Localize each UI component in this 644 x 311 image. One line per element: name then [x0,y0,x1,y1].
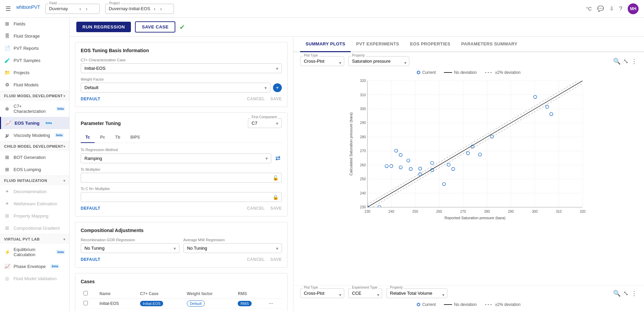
projects-icon: 📁 [4,69,10,76]
recombination-field: Recombination GOR Regression No Tuning [81,238,179,253]
avg-mw-select[interactable]: No Tuning [183,243,282,253]
viscosity-icon: μ [4,132,10,138]
param-default-btn[interactable]: DEFAULT [81,206,100,211]
sidebar-item-bot[interactable]: ⊞ BOT Generation [0,151,69,163]
sidebar-item-eos-tuning[interactable]: 📈 EOS Tuning beta [0,117,69,129]
tc-multiplier-lock[interactable]: 🔓 [273,175,278,181]
svg-point-52 [431,161,434,164]
c7-row: C7+ Characterization Case Initial-EOS [81,58,282,73]
eos-cancel-btn: CANCEL [247,97,265,101]
tab-parameters-summary[interactable]: PARAMETERS SUMMARY [456,37,523,52]
section-chevron-fi[interactable]: ▾ [63,179,65,183]
chart2-more-icon[interactable]: ⋮ [631,290,637,297]
tc-multiplier-row: Tc Multiplier 1.04639 🔓 [81,167,282,183]
comp-default-btn[interactable]: DEFAULT [81,257,100,262]
field-selector[interactable]: Field Duvernay ‹ › [45,4,100,14]
tc-multiplier-input[interactable]: 1.04639 [81,173,282,183]
chat-icon[interactable]: 💬 [597,5,604,12]
tc-settings-btn[interactable]: ⇄ [274,153,282,163]
chart2-plot-type-select[interactable]: Cross-Plot [300,288,344,298]
chart1-container: 230 240 250 260 270 280 290 300 310 320 [293,78,644,285]
chart1-plot-type-select[interactable]: Cross-Plot [300,56,344,66]
sidebar-item-viscosity[interactable]: μ Viscosity Modeling beta [0,129,69,141]
chart2-experiment-type-select[interactable]: CCE [348,288,382,298]
tc-cn-lock[interactable]: 🔒 [273,194,278,200]
chart1-expand-icon[interactable]: ⤡ [623,58,628,65]
c7-select[interactable]: Initial-EOS [81,63,282,73]
sidebar-item-fluid-storage[interactable]: 🗄 Fluid Storage [0,30,69,42]
tab-tb[interactable]: Tb [111,132,125,143]
section-chevron-fmd[interactable]: ▾ [63,94,65,98]
sidebar-item-pvt-reports[interactable]: 📄 PVT Reports [0,42,69,54]
chart1-magnify-icon[interactable]: 🔍 [613,58,621,65]
tab-summary-plots[interactable]: SUMMARY PLOTS [300,37,351,52]
cases-table: Name C7+ Case Weight factor RMS Initial-… [81,289,282,309]
param-save-btn: SAVE [270,206,282,211]
chart2-magnify-icon[interactable]: 🔍 [613,290,621,297]
sidebar-item-c7plus[interactable]: ⊕ C7+ Characterization beta [0,101,69,117]
sidebar-item-fields[interactable]: ⊞ Fields [0,18,69,30]
tc-regression-select[interactable]: Ramping [81,153,271,163]
tab-tc[interactable]: Tc [81,132,95,143]
chart1-property-select[interactable]: Saturation pressure [348,56,409,66]
sidebar-item-pvt-samples[interactable]: 🧪 PVT Samples [0,54,69,66]
compositional-title: Compositional Adjustments [81,228,282,233]
svg-point-49 [409,167,412,170]
sidebar-item-projects[interactable]: 📁 Projects [0,66,69,79]
app-logo: whitsonPVT [16,4,40,13]
first-component-select[interactable]: C7 [248,118,282,128]
save-case-button[interactable]: SAVE CASE [135,21,175,33]
tab-eos-properties[interactable]: EOS PROPERTIES [405,37,456,52]
chart2-property-select[interactable]: Relative Total Volume [386,288,447,298]
menu-icon[interactable]: ☰ [5,5,11,13]
tc-cn-input[interactable]: 1 [81,192,282,202]
section-chevron-cmd[interactable]: ▾ [63,145,65,148]
help-icon[interactable]: ? [619,6,622,12]
chart2-expand-icon[interactable]: ⤡ [623,290,628,297]
y-axis-title: Calculated Saturation pressure (bara) [349,112,353,175]
run-regression-button[interactable]: RUN REGRESSION [76,22,131,32]
property-mapping-icon: ⊞ [4,213,10,219]
left-panel: EOS Tuning Basis Information C7+ Charact… [70,37,293,311]
celsius-icon[interactable]: °C [586,6,592,12]
weight-select[interactable]: Default [81,83,270,92]
field-prev-btn[interactable]: ‹ [78,5,83,12]
tab-bips[interactable]: BIPS [125,132,144,143]
field-next-btn[interactable]: › [84,5,89,12]
row-checkbox[interactable] [83,301,88,305]
content-area: RUN REGRESSION SAVE CASE ✔ EOS Tuning Ba… [70,18,644,311]
c7plus-beta: beta [56,107,65,111]
svg-text:270: 270 [360,149,366,153]
deviation-minus-line [367,84,583,210]
no-deviation-line [367,81,583,207]
sidebar-item-phase-envelope[interactable]: 📈 Phase Envelope beta [0,260,69,272]
sidebar-item-fluid-models[interactable]: ⚙ Fluid Models [0,79,69,91]
chart2-legend: Current No deviation ±2% deviation [293,301,644,308]
row-more[interactable]: ⋯ [266,299,282,309]
chart2-plot-type-label: Plot Type [303,286,319,289]
param-cancel-btn: CANCEL [247,206,265,211]
legend2-no-deviation-label: No deviation [454,302,477,307]
svg-point-50 [418,173,422,176]
project-next-btn[interactable]: › [158,5,163,12]
chart1-property-label: Property [351,54,366,57]
sidebar-item-equilibrium[interactable]: ⚡ Equilibrium Calculation beta [0,244,69,260]
chart2-experiment-type-label: Experiment Type [351,286,378,289]
add-weight-btn[interactable]: + [273,83,282,92]
sidebar-label-pvt-samples: PVT Samples [14,58,40,63]
sidebar-item-eos-lumping[interactable]: ⊞ EOS Lumping [0,163,69,175]
avatar[interactable]: MH [628,3,639,14]
project-selector[interactable]: Project Duvernay-Initial-EOS ‹ › [105,4,174,14]
chart1-more-icon[interactable]: ⋮ [631,58,637,65]
section-chevron-vp[interactable]: ▾ [63,237,65,241]
cases-select-all[interactable] [83,291,88,295]
decontamination-icon: ✦ [4,188,10,194]
project-prev-btn[interactable]: ‹ [152,5,157,12]
eos-default-btn[interactable]: DEFAULT [81,97,100,101]
tab-pvt-experiments[interactable]: PVT EXPERIMENTS [351,37,405,52]
recombination-select[interactable]: No Tuning [81,243,179,253]
svg-point-62 [546,105,549,108]
bot-icon: ⊞ [4,154,10,160]
download-icon[interactable]: ⇩ [609,5,614,12]
tab-pc[interactable]: Pc [95,132,110,143]
